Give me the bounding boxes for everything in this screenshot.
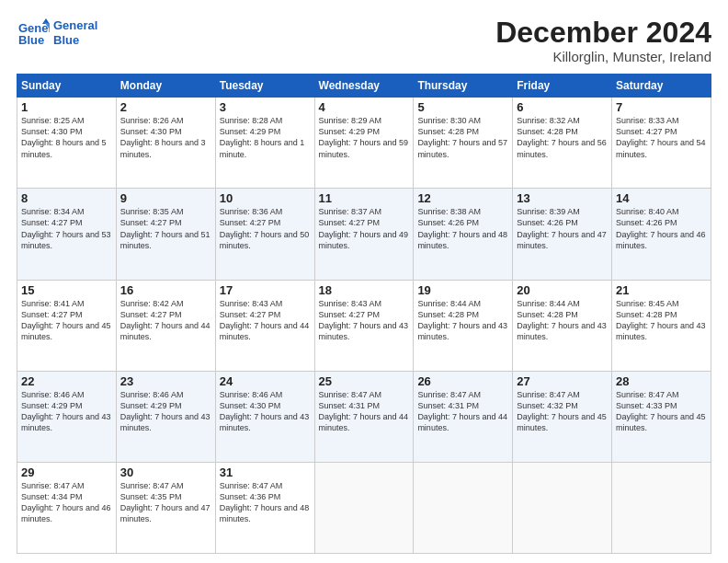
calendar-cell: 6Sunrise: 8:32 AMSunset: 4:28 PMDaylight… — [513, 98, 612, 189]
calendar-table: SundayMondayTuesdayWednesdayThursdayFrid… — [17, 74, 711, 554]
day-number: 23 — [120, 374, 211, 388]
calendar-cell: 14Sunrise: 8:40 AMSunset: 4:26 PMDayligh… — [612, 189, 711, 280]
cell-info: Sunrise: 8:28 AMSunset: 4:29 PMDaylight:… — [220, 115, 311, 160]
cell-info: Sunrise: 8:34 AMSunset: 4:27 PMDaylight:… — [21, 206, 112, 251]
calendar-cell: 5Sunrise: 8:30 AMSunset: 4:28 PMDaylight… — [414, 98, 513, 189]
day-number: 24 — [220, 374, 311, 388]
calendar-cell: 10Sunrise: 8:36 AMSunset: 4:27 PMDayligh… — [215, 189, 314, 280]
cell-info: Sunrise: 8:39 AMSunset: 4:26 PMDaylight:… — [517, 206, 608, 251]
day-number: 9 — [120, 191, 211, 205]
day-number: 31 — [220, 465, 311, 479]
day-number: 7 — [616, 100, 707, 114]
page: General Blue General Blue December 2024 … — [0, 0, 728, 563]
cell-info: Sunrise: 8:47 AMSunset: 4:36 PMDaylight:… — [220, 480, 311, 525]
day-number: 6 — [517, 100, 608, 114]
day-number: 5 — [417, 100, 508, 114]
calendar-week-row: 1Sunrise: 8:25 AMSunset: 4:30 PMDaylight… — [17, 98, 711, 189]
cell-info: Sunrise: 8:47 AMSunset: 4:35 PMDaylight:… — [120, 480, 211, 525]
day-number: 21 — [616, 283, 707, 297]
day-number: 1 — [21, 100, 112, 114]
day-number: 4 — [319, 100, 410, 114]
cell-info: Sunrise: 8:47 AMSunset: 4:34 PMDaylight:… — [21, 480, 112, 525]
calendar-cell — [314, 462, 414, 553]
calendar-week-row: 29Sunrise: 8:47 AMSunset: 4:34 PMDayligh… — [17, 462, 711, 553]
cell-info: Sunrise: 8:33 AMSunset: 4:27 PMDaylight:… — [616, 115, 707, 160]
cell-info: Sunrise: 8:41 AMSunset: 4:27 PMDaylight:… — [21, 298, 112, 343]
calendar-cell: 23Sunrise: 8:46 AMSunset: 4:29 PMDayligh… — [116, 371, 215, 462]
cell-info: Sunrise: 8:25 AMSunset: 4:30 PMDaylight:… — [21, 115, 112, 160]
calendar-week-row: 8Sunrise: 8:34 AMSunset: 4:27 PMDaylight… — [17, 189, 711, 280]
weekday-header: Thursday — [414, 75, 513, 98]
day-number: 25 — [319, 374, 410, 388]
weekday-header: Monday — [116, 75, 215, 98]
calendar-cell: 9Sunrise: 8:35 AMSunset: 4:27 PMDaylight… — [116, 189, 215, 280]
calendar-cell: 12Sunrise: 8:38 AMSunset: 4:26 PMDayligh… — [414, 189, 513, 280]
calendar-cell: 21Sunrise: 8:45 AMSunset: 4:28 PMDayligh… — [612, 280, 711, 371]
day-number: 28 — [616, 374, 707, 388]
cell-info: Sunrise: 8:44 AMSunset: 4:28 PMDaylight:… — [417, 298, 508, 343]
calendar-cell: 30Sunrise: 8:47 AMSunset: 4:35 PMDayligh… — [116, 462, 215, 553]
cell-info: Sunrise: 8:43 AMSunset: 4:27 PMDaylight:… — [220, 298, 311, 343]
calendar-cell: 27Sunrise: 8:47 AMSunset: 4:32 PMDayligh… — [513, 371, 612, 462]
cell-info: Sunrise: 8:29 AMSunset: 4:29 PMDaylight:… — [319, 115, 410, 160]
title-block: December 2024 Killorglin, Munster, Irela… — [495, 17, 711, 64]
day-number: 13 — [517, 191, 608, 205]
cell-info: Sunrise: 8:47 AMSunset: 4:33 PMDaylight:… — [616, 389, 707, 434]
calendar-cell: 25Sunrise: 8:47 AMSunset: 4:31 PMDayligh… — [314, 371, 414, 462]
svg-text:Blue: Blue — [18, 33, 44, 47]
cell-info: Sunrise: 8:35 AMSunset: 4:27 PMDaylight:… — [120, 206, 211, 251]
cell-info: Sunrise: 8:46 AMSunset: 4:29 PMDaylight:… — [120, 389, 211, 434]
cell-info: Sunrise: 8:47 AMSunset: 4:31 PMDaylight:… — [417, 389, 508, 434]
calendar-cell: 31Sunrise: 8:47 AMSunset: 4:36 PMDayligh… — [215, 462, 314, 553]
calendar-cell: 11Sunrise: 8:37 AMSunset: 4:27 PMDayligh… — [314, 189, 414, 280]
weekday-header: Wednesday — [314, 75, 414, 98]
day-number: 8 — [21, 191, 112, 205]
day-number: 29 — [21, 465, 112, 479]
cell-info: Sunrise: 8:46 AMSunset: 4:29 PMDaylight:… — [21, 389, 112, 434]
day-number: 19 — [417, 283, 508, 297]
calendar-cell: 8Sunrise: 8:34 AMSunset: 4:27 PMDaylight… — [17, 189, 117, 280]
calendar-cell: 13Sunrise: 8:39 AMSunset: 4:26 PMDayligh… — [513, 189, 612, 280]
calendar-cell: 1Sunrise: 8:25 AMSunset: 4:30 PMDaylight… — [17, 98, 117, 189]
weekday-header: Tuesday — [215, 75, 314, 98]
cell-info: Sunrise: 8:37 AMSunset: 4:27 PMDaylight:… — [319, 206, 410, 251]
calendar-cell: 22Sunrise: 8:46 AMSunset: 4:29 PMDayligh… — [17, 371, 117, 462]
calendar-cell: 15Sunrise: 8:41 AMSunset: 4:27 PMDayligh… — [17, 280, 117, 371]
cell-info: Sunrise: 8:47 AMSunset: 4:32 PMDaylight:… — [517, 389, 608, 434]
header: General Blue General Blue December 2024 … — [17, 17, 711, 64]
day-number: 20 — [517, 283, 608, 297]
day-number: 12 — [417, 191, 508, 205]
cell-info: Sunrise: 8:46 AMSunset: 4:30 PMDaylight:… — [220, 389, 311, 434]
cell-info: Sunrise: 8:30 AMSunset: 4:28 PMDaylight:… — [417, 115, 508, 160]
logo: General Blue General Blue — [17, 17, 97, 50]
calendar-week-row: 15Sunrise: 8:41 AMSunset: 4:27 PMDayligh… — [17, 280, 711, 371]
day-number: 14 — [616, 191, 707, 205]
calendar-cell — [612, 462, 711, 553]
calendar-cell: 28Sunrise: 8:47 AMSunset: 4:33 PMDayligh… — [612, 371, 711, 462]
cell-info: Sunrise: 8:32 AMSunset: 4:28 PMDaylight:… — [517, 115, 608, 160]
main-title: December 2024 — [495, 17, 711, 49]
day-number: 18 — [319, 283, 410, 297]
calendar-cell: 2Sunrise: 8:26 AMSunset: 4:30 PMDaylight… — [116, 98, 215, 189]
calendar-cell: 19Sunrise: 8:44 AMSunset: 4:28 PMDayligh… — [414, 280, 513, 371]
cell-info: Sunrise: 8:36 AMSunset: 4:27 PMDaylight:… — [220, 206, 311, 251]
calendar-cell — [414, 462, 513, 553]
cell-info: Sunrise: 8:38 AMSunset: 4:26 PMDaylight:… — [417, 206, 508, 251]
weekday-header: Sunday — [17, 75, 117, 98]
cell-info: Sunrise: 8:45 AMSunset: 4:28 PMDaylight:… — [616, 298, 707, 343]
weekday-header: Saturday — [612, 75, 711, 98]
calendar-week-row: 22Sunrise: 8:46 AMSunset: 4:29 PMDayligh… — [17, 371, 711, 462]
day-number: 3 — [220, 100, 311, 114]
cell-info: Sunrise: 8:47 AMSunset: 4:31 PMDaylight:… — [319, 389, 410, 434]
calendar-cell: 29Sunrise: 8:47 AMSunset: 4:34 PMDayligh… — [17, 462, 117, 553]
day-number: 17 — [220, 283, 311, 297]
day-number: 16 — [120, 283, 211, 297]
calendar-cell: 26Sunrise: 8:47 AMSunset: 4:31 PMDayligh… — [414, 371, 513, 462]
calendar-cell: 20Sunrise: 8:44 AMSunset: 4:28 PMDayligh… — [513, 280, 612, 371]
cell-info: Sunrise: 8:44 AMSunset: 4:28 PMDaylight:… — [517, 298, 608, 343]
cell-info: Sunrise: 8:40 AMSunset: 4:26 PMDaylight:… — [616, 206, 707, 251]
calendar-cell: 4Sunrise: 8:29 AMSunset: 4:29 PMDaylight… — [314, 98, 414, 189]
logo-line1: General — [53, 18, 97, 33]
cell-info: Sunrise: 8:43 AMSunset: 4:27 PMDaylight:… — [319, 298, 410, 343]
day-number: 22 — [21, 374, 112, 388]
